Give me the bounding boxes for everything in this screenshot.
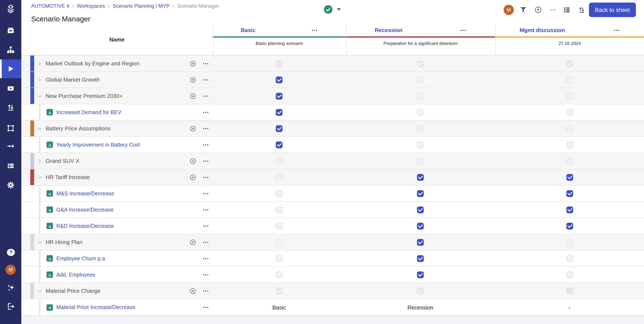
row-label-link[interactable]: Yearly Improvement in Battery Cost bbox=[56, 142, 140, 148]
scenario-checkbox[interactable] bbox=[417, 223, 424, 229]
scenario-checkbox[interactable] bbox=[417, 174, 424, 181]
scenario-checkbox[interactable] bbox=[566, 271, 573, 278]
scenario-checkbox[interactable] bbox=[417, 76, 424, 83]
scenario-checkbox[interactable] bbox=[417, 141, 424, 148]
row-label-link[interactable]: R&D Increase/Decrease bbox=[56, 223, 114, 229]
scenario-checkbox[interactable] bbox=[417, 109, 424, 116]
scenario-checkbox[interactable] bbox=[566, 157, 573, 164]
filter-icon[interactable] bbox=[520, 6, 527, 14]
kebab-menu-icon[interactable] bbox=[202, 255, 209, 262]
kebab-menu-icon[interactable] bbox=[202, 141, 209, 148]
scenario-checkbox[interactable] bbox=[566, 206, 573, 213]
scenario-checkbox[interactable] bbox=[566, 255, 573, 262]
sidebar-user-avatar[interactable]: M bbox=[0, 262, 21, 277]
app-logo-icon[interactable] bbox=[0, 1, 21, 17]
add-child-icon[interactable] bbox=[190, 287, 196, 294]
scenario-checkbox[interactable] bbox=[276, 157, 282, 164]
scenario-checkbox[interactable] bbox=[566, 93, 573, 99]
chevron-down-icon[interactable] bbox=[37, 288, 42, 293]
scenario-checkbox[interactable] bbox=[417, 157, 424, 164]
scenario-title[interactable]: Basic bbox=[241, 27, 256, 33]
scenario-checkbox[interactable] bbox=[417, 190, 424, 197]
kebab-menu-icon[interactable] bbox=[613, 27, 620, 34]
add-circle-icon[interactable] bbox=[534, 6, 542, 14]
kebab-menu-icon[interactable] bbox=[311, 27, 318, 34]
scenario-checkbox[interactable] bbox=[417, 239, 424, 246]
topbar-avatar[interactable]: M bbox=[504, 5, 514, 15]
add-child-icon[interactable] bbox=[190, 60, 196, 67]
scenario-checkbox[interactable] bbox=[276, 271, 282, 278]
scenario-checkbox[interactable] bbox=[566, 190, 573, 197]
kebab-menu-icon[interactable] bbox=[202, 271, 209, 278]
scenario-checkbox[interactable] bbox=[566, 239, 573, 246]
scenario-checkbox[interactable] bbox=[276, 239, 282, 246]
kebab-menu-icon[interactable] bbox=[202, 125, 209, 132]
scenario-checkbox[interactable] bbox=[417, 271, 424, 278]
scenario-checkbox[interactable] bbox=[417, 125, 424, 132]
add-child-icon[interactable] bbox=[190, 76, 196, 83]
chevron-right-icon[interactable] bbox=[37, 158, 42, 164]
scenario-checkbox[interactable] bbox=[276, 141, 282, 148]
help-icon[interactable]: ? bbox=[0, 244, 21, 260]
row-label-link[interactable]: Material Price Increase/Decrease bbox=[56, 304, 135, 310]
dropdown-caret-icon[interactable] bbox=[337, 8, 341, 11]
scenario-checkbox[interactable] bbox=[566, 141, 573, 148]
chevron-down-icon[interactable] bbox=[37, 93, 42, 98]
kebab-menu-icon[interactable] bbox=[202, 190, 209, 197]
scenario-title[interactable]: Mgmt discussion bbox=[520, 27, 565, 33]
model-frame-icon[interactable] bbox=[0, 120, 21, 136]
kebab-menu-icon[interactable] bbox=[202, 174, 209, 181]
row-label-link[interactable]: M&S Increase/Decrease bbox=[56, 191, 114, 196]
add-child-icon[interactable] bbox=[190, 239, 196, 246]
hierarchy-icon[interactable] bbox=[0, 42, 21, 58]
chevron-down-icon[interactable] bbox=[37, 126, 42, 131]
scenario-checkbox[interactable] bbox=[276, 223, 282, 229]
sidebar-item-scenarios[interactable] bbox=[0, 59, 21, 78]
chevron-right-icon[interactable] bbox=[37, 77, 42, 82]
kebab-menu-icon[interactable] bbox=[202, 206, 209, 213]
kebab-menu-icon[interactable] bbox=[202, 93, 209, 99]
scenario-checkbox[interactable] bbox=[566, 76, 573, 83]
kebab-menu-icon[interactable] bbox=[202, 287, 209, 294]
scenario-checkbox[interactable] bbox=[566, 174, 573, 181]
list-details-icon[interactable] bbox=[563, 6, 570, 14]
scenario-checkbox[interactable] bbox=[276, 190, 282, 197]
chevron-right-icon[interactable] bbox=[37, 61, 42, 66]
breadcrumb-link[interactable]: Scenario Planning / MYP bbox=[113, 3, 170, 9]
add-child-icon[interactable] bbox=[190, 125, 196, 132]
scenario-checkbox[interactable] bbox=[417, 93, 424, 99]
scenario-checkbox[interactable] bbox=[276, 125, 282, 132]
ai-sparkles-icon[interactable] bbox=[0, 280, 21, 295]
scenario-checkbox[interactable] bbox=[276, 206, 282, 213]
scenario-checkbox[interactable] bbox=[276, 93, 282, 99]
status-group[interactable] bbox=[324, 5, 341, 14]
data-flow-icon[interactable] bbox=[0, 138, 21, 154]
logout-icon[interactable] bbox=[0, 299, 21, 314]
scenario-title[interactable]: Recession bbox=[375, 27, 402, 33]
settings-gear-icon[interactable] bbox=[0, 177, 21, 193]
kebab-menu-icon[interactable] bbox=[202, 109, 209, 116]
kebab-menu-icon[interactable] bbox=[202, 239, 209, 246]
scenario-checkbox[interactable] bbox=[276, 174, 282, 181]
back-to-sheet-button[interactable]: Back to sheet bbox=[589, 3, 636, 17]
scenario-checkbox[interactable] bbox=[276, 255, 282, 262]
add-child-icon[interactable] bbox=[190, 157, 196, 164]
sheets-icon[interactable] bbox=[0, 158, 21, 174]
status-check-icon[interactable] bbox=[324, 5, 333, 14]
kebab-menu-icon[interactable] bbox=[202, 304, 209, 311]
add-child-icon[interactable] bbox=[190, 174, 196, 181]
sort-icon[interactable] bbox=[578, 6, 586, 14]
row-label-link[interactable]: Add. Employees bbox=[56, 272, 95, 278]
import-export-icon[interactable] bbox=[0, 100, 21, 115]
kebab-menu-icon[interactable] bbox=[202, 76, 209, 83]
scenario-checkbox[interactable] bbox=[417, 255, 424, 262]
scenario-checkbox[interactable] bbox=[566, 109, 573, 116]
scenario-checkbox[interactable] bbox=[566, 223, 573, 229]
chevron-down-icon[interactable] bbox=[37, 175, 42, 180]
scenario-checkbox[interactable] bbox=[276, 109, 282, 116]
row-label-link[interactable]: G&A Increase/Decrease bbox=[56, 207, 114, 213]
scenario-checkbox[interactable] bbox=[566, 125, 573, 132]
kebab-menu-icon[interactable] bbox=[202, 157, 209, 164]
kebab-menu-icon[interactable] bbox=[202, 60, 209, 67]
scenario-checkbox[interactable] bbox=[276, 76, 282, 83]
